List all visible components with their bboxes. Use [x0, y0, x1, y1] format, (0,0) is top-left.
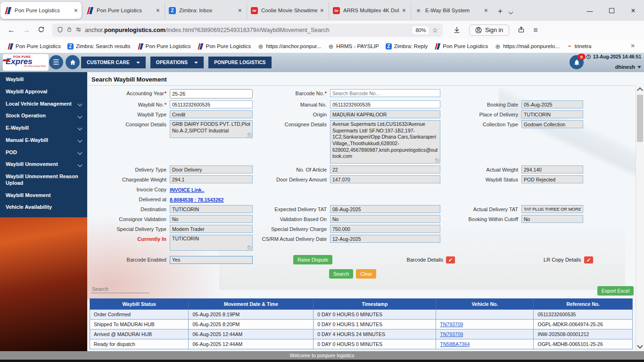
menu-icon[interactable]: ≡ [533, 26, 537, 34]
back-button[interactable]: ← [8, 26, 15, 34]
clear-button[interactable]: Clear [356, 269, 376, 279]
currently-in-textarea[interactable]: TUTICORIN [170, 235, 253, 251]
search-button[interactable]: Search [329, 269, 353, 279]
bookmark-item[interactable]: Pon Pure Logistics [4, 42, 64, 50]
vehicle-no-link[interactable]: TN793709 [440, 321, 463, 327]
lr-copy-details-edit-button[interactable] [584, 256, 593, 263]
new-tab-button[interactable]: + [492, 7, 508, 21]
home-icon[interactable] [66, 55, 80, 69]
bookmark-item[interactable]: https://mail.ponpurelo... [491, 42, 563, 50]
sidebar-item[interactable]: Stock Operation [0, 110, 87, 122]
door-delivery-amount-input[interactable] [330, 175, 440, 183]
sidebar-item[interactable]: POD [0, 147, 87, 159]
share-icon[interactable] [518, 26, 525, 34]
barcode-details-edit-button[interactable] [446, 256, 455, 263]
accounting-year-select[interactable] [170, 89, 253, 99]
url-bar[interactable]: anchor.ponpurelogistics.com/index.html?6… [52, 24, 443, 37]
origin-input[interactable] [330, 110, 440, 118]
collection-type-input[interactable] [521, 120, 583, 128]
raise-dispute-button[interactable]: Raise Dispute [293, 255, 332, 264]
bookmark-star-icon[interactable]: ☆ [432, 26, 438, 34]
tab-close-icon[interactable]: × [156, 7, 160, 14]
scroll-down-icon[interactable] [636, 343, 644, 350]
browser-tab[interactable]: Pon Pure Logistics × [0, 2, 82, 19]
browser-tab[interactable]: Coolie Movie Showtime × [247, 2, 328, 19]
actual-weight-input[interactable] [521, 165, 583, 173]
sidebar-item[interactable]: Vehicle Availability [0, 201, 87, 214]
window-maximize-button[interactable] [601, 7, 622, 15]
consignee-details-textarea[interactable]: Avenue Supermarts Ltd,CUS1632/Avenue Sup… [330, 120, 440, 164]
lock-icon[interactable] [66, 26, 72, 34]
tab-close-icon[interactable]: × [402, 7, 406, 14]
tracking-shield-icon[interactable] [57, 26, 63, 34]
sidebar-item[interactable]: Local Vehicle Management [0, 98, 87, 110]
tab-close-icon[interactable]: × [238, 7, 242, 14]
actual-delivery-tat-input[interactable] [521, 205, 583, 213]
sidebar-item[interactable]: Waybill Movement [0, 189, 87, 202]
sign-in-button[interactable]: Sign in [469, 25, 509, 36]
booking-within-cutoff-input[interactable] [521, 215, 583, 223]
bookmark-item[interactable]: HRMS - PAYSLIP [324, 42, 382, 50]
special-delivery-type-input[interactable] [170, 225, 253, 233]
barcode-enabled-input[interactable] [170, 256, 253, 264]
bookmark-item[interactable]: Pon Pure Logistics [194, 42, 254, 50]
sidebar-item[interactable]: Waybill Unmovement [0, 158, 87, 171]
bookmarks-overflow-icon[interactable]: » [631, 41, 641, 49]
consignor-validation-input[interactable] [170, 215, 253, 223]
bookmark-item[interactable]: https://anchor.ponpur... [254, 42, 324, 50]
browser-tab[interactable]: Pon Pure Logistics × [83, 2, 164, 19]
special-delivery-charge-input[interactable] [330, 225, 440, 233]
waybill-status-input[interactable] [521, 175, 583, 183]
header-nav-button[interactable]: PONPURE LOGISTICS [208, 57, 272, 68]
bookmark-item[interactable]: Pon Pure Logistics [134, 42, 194, 50]
waybill-no-input[interactable] [170, 100, 253, 108]
bookmark-item[interactable]: Pon Pure Logistics [431, 42, 491, 50]
sidebar-toggle-icon[interactable]: ☰ [49, 55, 63, 69]
tab-close-icon[interactable]: × [484, 7, 488, 14]
scrollbar-thumb[interactable] [637, 95, 643, 142]
bookmark-item[interactable]: Zimbra: Reply [382, 42, 431, 50]
export-excel-button[interactable]: Export Excel [597, 286, 634, 296]
header-nav-button[interactable]: OPERATIONS [150, 57, 204, 68]
sidebar-item[interactable]: Waybill Unmovement Reason Upload [0, 171, 87, 189]
place-of-delivery-input[interactable] [521, 110, 583, 118]
sidebar-item[interactable]: Waybill Approval [0, 86, 87, 98]
user-menu[interactable]: dhinesh [615, 64, 641, 70]
browser-tab[interactable]: Zimbra: Inbox × [165, 2, 246, 19]
browser-tab[interactable]: ARRS Multiplex 4K Dolb × [329, 2, 410, 19]
tab-list-menu-icon[interactable] [508, 8, 517, 21]
window-close-button[interactable]: × [622, 6, 644, 15]
delivery-type-input[interactable] [170, 165, 253, 173]
reload-icon[interactable] [38, 26, 45, 35]
header-nav-button[interactable]: CUSTOMER CARE [81, 57, 146, 68]
permissions-icon[interactable] [75, 26, 82, 34]
booking-date-input[interactable] [521, 100, 583, 108]
barcode-no-input[interactable] [330, 89, 440, 97]
waybill-type-input[interactable] [170, 110, 253, 118]
browser-tab[interactable]: E-Way Bill System × [411, 2, 492, 19]
window-minimize-button[interactable]: — [579, 7, 601, 15]
vehicle-no-link[interactable]: TN58BA7364 [440, 341, 470, 347]
destination-input[interactable] [170, 205, 253, 213]
vehicle-no-link[interactable]: TN793709 [440, 331, 463, 337]
tab-close-icon[interactable]: × [74, 7, 78, 14]
delivered-at-coordinates-link[interactable]: 8.8084538 : 78.1543262 [170, 197, 223, 203]
zoom-level-badge[interactable]: 80% [413, 26, 429, 34]
invoice-copy-link[interactable]: INVOICE Link.. [170, 187, 205, 193]
cs-rm-actual-delivery-date-input[interactable] [330, 235, 440, 243]
sidebar-item[interactable]: E-Waybill [0, 122, 87, 134]
downloads-icon[interactable] [453, 26, 461, 35]
validation-based-on-input[interactable] [330, 215, 440, 223]
forward-button[interactable]: → [23, 26, 30, 34]
scroll-up-icon[interactable] [636, 85, 644, 93]
chargeable-weight-input[interactable] [170, 175, 253, 183]
sidebar-item[interactable]: Manual E-Waybill [0, 134, 87, 147]
results-filter-input[interactable] [91, 285, 149, 293]
sidebar-item[interactable]: Waybill [0, 74, 87, 86]
bookmark-item[interactable]: trinetra [563, 42, 595, 50]
page-scrollbar[interactable] [636, 85, 644, 350]
expected-delivery-tat-input[interactable] [330, 205, 440, 213]
consignor-details-textarea[interactable]: GRB DAIRY FOODS PVT. LTD,Plot No.A-2,SIP… [170, 120, 253, 138]
manual-no-input[interactable] [330, 100, 440, 108]
notifications-bell-icon[interactable]: 0 [570, 55, 584, 69]
